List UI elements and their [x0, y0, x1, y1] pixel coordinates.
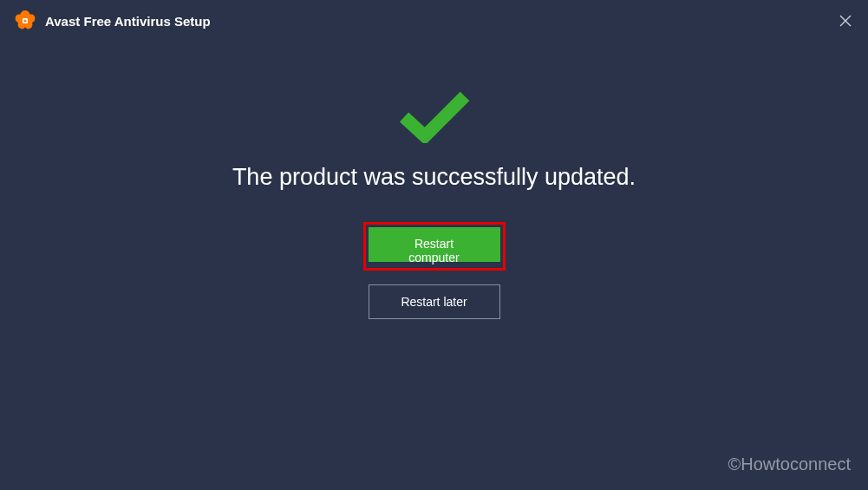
success-message: The product was successfully updated.	[232, 164, 636, 191]
svg-point-1	[24, 20, 27, 23]
avast-logo-icon	[14, 10, 36, 32]
main-content: The product was successfully updated. Re…	[0, 42, 868, 319]
button-container: Restart computer Restart later	[363, 222, 506, 319]
app-title: Avast Free Antivirus Setup	[45, 14, 211, 29]
watermark-text: ©Howtoconnect	[728, 454, 851, 474]
restart-computer-button[interactable]: Restart computer	[369, 227, 500, 262]
close-icon	[839, 14, 852, 28]
restart-later-button[interactable]: Restart later	[369, 284, 500, 319]
window-header: Avast Free Antivirus Setup	[0, 0, 868, 42]
header-left: Avast Free Antivirus Setup	[14, 10, 211, 32]
close-button[interactable]	[837, 12, 854, 29]
tutorial-highlight: Restart computer	[363, 222, 506, 271]
success-checkmark-icon	[399, 89, 470, 143]
